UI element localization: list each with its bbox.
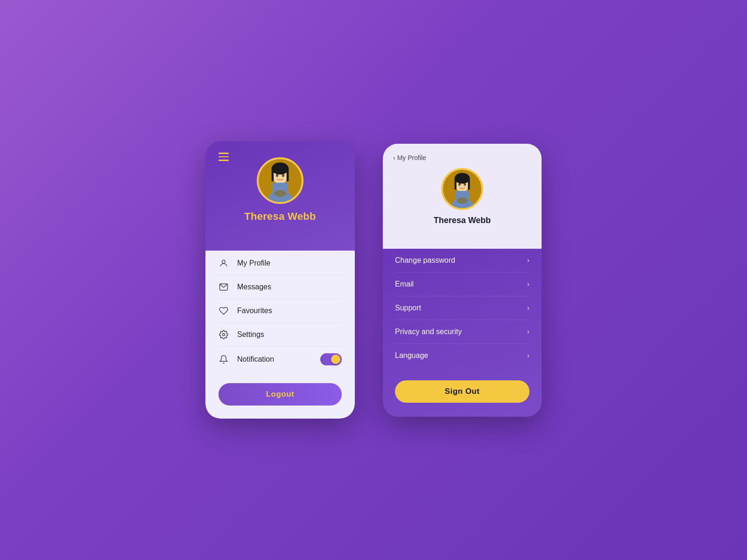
svg-point-13: [223, 334, 225, 336]
settings-item-change-password[interactable]: Change password ›: [395, 249, 529, 273]
back-chevron-icon: ‹: [393, 154, 395, 161]
sign-out-button[interactable]: Sign Out: [395, 380, 529, 403]
settings-item-language[interactable]: Language ›: [395, 344, 529, 367]
settings-label-support: Support: [395, 304, 421, 312]
left-card-menu: My Profile Messages Favourites Settings: [205, 238, 355, 419]
avatar: [257, 157, 303, 204]
menu-label-my-profile: My Profile: [237, 259, 342, 267]
menu-item-favourites[interactable]: Favourites: [218, 299, 342, 323]
svg-point-5: [272, 162, 289, 175]
chevron-right-icon: ›: [527, 304, 529, 312]
svg-point-23: [457, 197, 468, 203]
user-icon: [218, 258, 229, 268]
settings-icon: [218, 329, 229, 340]
svg-point-10: [274, 190, 286, 197]
svg-rect-6: [272, 168, 274, 182]
svg-point-22: [464, 183, 466, 186]
menu-label-settings: Settings: [237, 330, 342, 339]
heart-icon: [218, 306, 229, 316]
chevron-right-icon: ›: [527, 328, 529, 336]
toggle-track[interactable]: [320, 353, 342, 365]
right-card-header: ‹ My Profile Theresa Webb: [383, 144, 542, 249]
menu-item-settings[interactable]: Settings: [218, 323, 342, 347]
menu-item-messages[interactable]: Messages: [218, 275, 342, 299]
right-avatar: [441, 168, 483, 210]
right-card: ‹ My Profile Theresa Webb Change passwor…: [383, 144, 542, 417]
mail-icon: [218, 282, 229, 292]
settings-item-email[interactable]: Email ›: [395, 273, 529, 296]
left-card-header: Theresa Webb: [205, 141, 355, 251]
settings-item-privacy-security[interactable]: Privacy and security ›: [395, 320, 529, 344]
notification-toggle[interactable]: [320, 353, 342, 365]
svg-point-8: [276, 174, 279, 177]
settings-label-email: Email: [395, 280, 414, 288]
chevron-right-icon: ›: [527, 280, 529, 288]
logout-button[interactable]: Logout: [218, 383, 342, 406]
chevron-right-icon: ›: [527, 256, 529, 265]
bell-icon: [218, 354, 229, 364]
settings-label-privacy-security: Privacy and security: [395, 328, 462, 336]
svg-rect-19: [455, 178, 457, 190]
settings-label-language: Language: [395, 351, 428, 360]
menu-label-messages: Messages: [237, 283, 342, 291]
svg-point-18: [455, 173, 470, 183]
svg-point-11: [222, 260, 226, 263]
menu-label-favourites: Favourites: [237, 307, 342, 315]
menu-label-notification: Notification: [237, 355, 312, 364]
right-card-settings: Change password › Email › Support › Priv…: [383, 236, 542, 417]
hamburger-menu[interactable]: [218, 153, 229, 161]
left-card: Theresa Webb My Profile Messages Favouri…: [205, 141, 355, 419]
back-label: My Profile: [397, 154, 426, 161]
left-username: Theresa Webb: [244, 210, 316, 223]
svg-rect-20: [468, 178, 470, 190]
settings-item-support[interactable]: Support ›: [395, 296, 529, 320]
toggle-knob: [331, 355, 340, 364]
svg-rect-7: [287, 168, 289, 182]
menu-item-notification[interactable]: Notification: [218, 347, 342, 372]
svg-point-9: [282, 174, 285, 177]
svg-point-21: [458, 183, 461, 186]
chevron-right-icon: ›: [527, 351, 529, 360]
back-navigation[interactable]: ‹ My Profile: [393, 154, 426, 161]
settings-label-change-password: Change password: [395, 256, 455, 265]
right-username: Theresa Webb: [434, 216, 491, 225]
menu-item-my-profile[interactable]: My Profile: [218, 252, 342, 275]
